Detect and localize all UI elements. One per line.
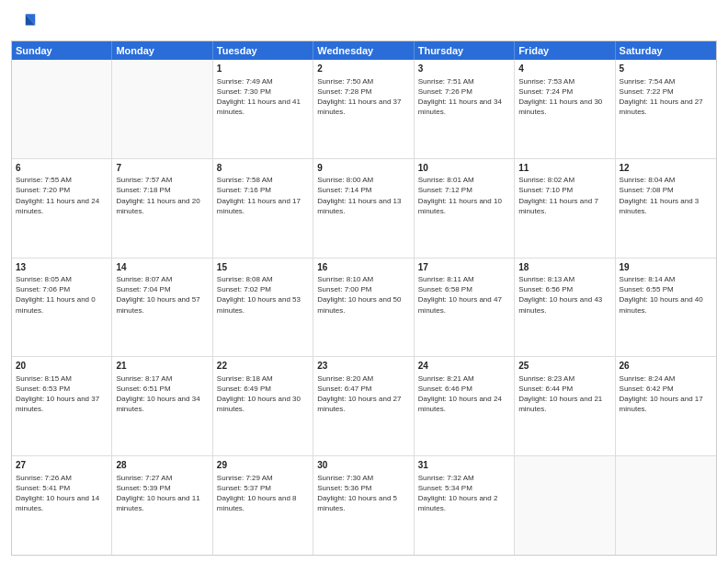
day-cell-24: 24Sunrise: 8:21 AMSunset: 6:46 PMDayligh… bbox=[415, 357, 515, 455]
day-cell-18: 18Sunrise: 8:13 AMSunset: 6:56 PMDayligh… bbox=[515, 259, 615, 357]
empty-cell-4-5 bbox=[515, 456, 615, 555]
day-cell-31: 31Sunrise: 7:32 AMSunset: 5:34 PMDayligh… bbox=[415, 456, 515, 555]
day-info: Sunrise: 8:00 AMSunset: 7:14 PMDaylight:… bbox=[317, 175, 409, 216]
day-number: 18 bbox=[518, 261, 610, 274]
header bbox=[11, 9, 717, 35]
day-number: 8 bbox=[217, 162, 309, 175]
day-cell-16: 16Sunrise: 8:10 AMSunset: 7:00 PMDayligh… bbox=[313, 259, 414, 357]
day-cell-8: 8Sunrise: 7:58 AMSunset: 7:16 PMDaylight… bbox=[213, 159, 313, 258]
header-day-tuesday: Tuesday bbox=[213, 41, 313, 60]
day-number: 1 bbox=[217, 63, 309, 75]
day-number: 5 bbox=[620, 63, 712, 75]
day-number: 15 bbox=[217, 261, 309, 274]
day-cell-11: 11Sunrise: 8:02 AMSunset: 7:10 PMDayligh… bbox=[515, 159, 615, 258]
day-cell-7: 7Sunrise: 7:57 AMSunset: 7:18 PMDaylight… bbox=[112, 159, 212, 258]
day-number: 2 bbox=[317, 63, 409, 75]
week-row-1: 1Sunrise: 7:49 AMSunset: 7:30 PMDaylight… bbox=[12, 60, 716, 158]
day-number: 27 bbox=[16, 459, 108, 472]
day-info: Sunrise: 7:51 AMSunset: 7:26 PMDaylight:… bbox=[418, 76, 510, 118]
day-info: Sunrise: 8:24 AMSunset: 6:42 PMDaylight:… bbox=[620, 373, 712, 415]
day-number: 21 bbox=[116, 360, 208, 373]
day-info: Sunrise: 7:54 AMSunset: 7:22 PMDaylight:… bbox=[620, 76, 712, 118]
page: SundayMondayTuesdayWednesdayThursdayFrid… bbox=[0, 0, 728, 563]
day-cell-29: 29Sunrise: 7:29 AMSunset: 5:37 PMDayligh… bbox=[213, 456, 313, 555]
day-info: Sunrise: 8:04 AMSunset: 7:08 PMDaylight:… bbox=[620, 175, 712, 216]
day-info: Sunrise: 8:11 AMSunset: 6:58 PMDaylight:… bbox=[418, 274, 510, 316]
day-number: 14 bbox=[116, 261, 208, 274]
day-info: Sunrise: 8:01 AMSunset: 7:12 PMDaylight:… bbox=[418, 175, 510, 216]
day-info: Sunrise: 8:02 AMSunset: 7:10 PMDaylight:… bbox=[518, 175, 610, 216]
header-day-monday: Monday bbox=[112, 41, 212, 60]
day-info: Sunrise: 8:15 AMSunset: 6:53 PMDaylight:… bbox=[16, 373, 108, 415]
header-day-saturday: Saturday bbox=[616, 41, 716, 60]
day-info: Sunrise: 7:26 AMSunset: 5:41 PMDaylight:… bbox=[16, 473, 108, 514]
day-number: 12 bbox=[620, 162, 712, 175]
day-number: 6 bbox=[16, 162, 108, 175]
day-info: Sunrise: 8:23 AMSunset: 6:44 PMDaylight:… bbox=[518, 373, 610, 415]
week-row-4: 20Sunrise: 8:15 AMSunset: 6:53 PMDayligh… bbox=[12, 356, 716, 455]
day-number: 19 bbox=[620, 261, 712, 274]
logo-icon bbox=[11, 9, 37, 35]
day-number: 26 bbox=[620, 360, 712, 373]
day-number: 11 bbox=[518, 162, 610, 175]
day-cell-30: 30Sunrise: 7:30 AMSunset: 5:36 PMDayligh… bbox=[313, 456, 414, 555]
day-info: Sunrise: 8:21 AMSunset: 6:46 PMDaylight:… bbox=[418, 373, 510, 415]
week-row-5: 27Sunrise: 7:26 AMSunset: 5:41 PMDayligh… bbox=[12, 455, 716, 555]
day-number: 7 bbox=[116, 162, 208, 175]
day-cell-9: 9Sunrise: 8:00 AMSunset: 7:14 PMDaylight… bbox=[313, 159, 414, 258]
day-info: Sunrise: 8:13 AMSunset: 6:56 PMDaylight:… bbox=[518, 274, 610, 316]
day-info: Sunrise: 8:07 AMSunset: 7:04 PMDaylight:… bbox=[116, 274, 208, 316]
day-number: 31 bbox=[418, 459, 510, 472]
week-row-3: 13Sunrise: 8:05 AMSunset: 7:06 PMDayligh… bbox=[12, 258, 716, 357]
header-day-friday: Friday bbox=[515, 41, 615, 60]
day-info: Sunrise: 7:29 AMSunset: 5:37 PMDaylight:… bbox=[217, 473, 309, 514]
day-cell-14: 14Sunrise: 8:07 AMSunset: 7:04 PMDayligh… bbox=[112, 259, 212, 357]
day-info: Sunrise: 7:27 AMSunset: 5:39 PMDaylight:… bbox=[116, 473, 208, 514]
day-cell-27: 27Sunrise: 7:26 AMSunset: 5:41 PMDayligh… bbox=[12, 456, 112, 555]
empty-cell-4-6 bbox=[616, 456, 716, 555]
day-cell-15: 15Sunrise: 8:08 AMSunset: 7:02 PMDayligh… bbox=[213, 259, 313, 357]
day-cell-17: 17Sunrise: 8:11 AMSunset: 6:58 PMDayligh… bbox=[415, 259, 515, 357]
day-info: Sunrise: 8:20 AMSunset: 6:47 PMDaylight:… bbox=[317, 373, 409, 415]
day-info: Sunrise: 7:53 AMSunset: 7:24 PMDaylight:… bbox=[518, 76, 610, 118]
day-info: Sunrise: 8:14 AMSunset: 6:55 PMDaylight:… bbox=[620, 274, 712, 316]
day-info: Sunrise: 7:32 AMSunset: 5:34 PMDaylight:… bbox=[418, 473, 510, 514]
day-number: 29 bbox=[217, 459, 309, 472]
day-cell-20: 20Sunrise: 8:15 AMSunset: 6:53 PMDayligh… bbox=[12, 357, 112, 455]
day-cell-21: 21Sunrise: 8:17 AMSunset: 6:51 PMDayligh… bbox=[112, 357, 212, 455]
week-row-2: 6Sunrise: 7:55 AMSunset: 7:20 PMDaylight… bbox=[12, 158, 716, 258]
day-info: Sunrise: 7:57 AMSunset: 7:18 PMDaylight:… bbox=[116, 175, 208, 216]
day-number: 17 bbox=[418, 261, 510, 274]
header-day-sunday: Sunday bbox=[12, 41, 112, 60]
header-day-wednesday: Wednesday bbox=[313, 41, 414, 60]
day-cell-3: 3Sunrise: 7:51 AMSunset: 7:26 PMDaylight… bbox=[415, 60, 515, 158]
day-number: 10 bbox=[418, 162, 510, 175]
day-cell-5: 5Sunrise: 7:54 AMSunset: 7:22 PMDaylight… bbox=[616, 60, 716, 158]
empty-cell-0-0 bbox=[12, 60, 112, 158]
calendar-body: 1Sunrise: 7:49 AMSunset: 7:30 PMDaylight… bbox=[12, 60, 716, 555]
day-info: Sunrise: 7:58 AMSunset: 7:16 PMDaylight:… bbox=[217, 175, 309, 216]
calendar-header: SundayMondayTuesdayWednesdayThursdayFrid… bbox=[12, 41, 716, 60]
day-info: Sunrise: 7:49 AMSunset: 7:30 PMDaylight:… bbox=[217, 76, 309, 118]
calendar: SundayMondayTuesdayWednesdayThursdayFrid… bbox=[11, 40, 717, 556]
day-cell-6: 6Sunrise: 7:55 AMSunset: 7:20 PMDaylight… bbox=[12, 159, 112, 258]
day-cell-12: 12Sunrise: 8:04 AMSunset: 7:08 PMDayligh… bbox=[616, 159, 716, 258]
day-info: Sunrise: 7:50 AMSunset: 7:28 PMDaylight:… bbox=[317, 76, 409, 118]
day-number: 3 bbox=[418, 63, 510, 75]
day-info: Sunrise: 8:08 AMSunset: 7:02 PMDaylight:… bbox=[217, 274, 309, 316]
day-number: 25 bbox=[518, 360, 610, 373]
day-cell-22: 22Sunrise: 8:18 AMSunset: 6:49 PMDayligh… bbox=[213, 357, 313, 455]
day-cell-10: 10Sunrise: 8:01 AMSunset: 7:12 PMDayligh… bbox=[415, 159, 515, 258]
day-number: 13 bbox=[16, 261, 108, 274]
day-number: 22 bbox=[217, 360, 309, 373]
day-info: Sunrise: 8:17 AMSunset: 6:51 PMDaylight:… bbox=[116, 373, 208, 415]
day-number: 16 bbox=[317, 261, 409, 274]
day-info: Sunrise: 7:55 AMSunset: 7:20 PMDaylight:… bbox=[16, 175, 108, 216]
day-cell-4: 4Sunrise: 7:53 AMSunset: 7:24 PMDaylight… bbox=[515, 60, 615, 158]
day-cell-28: 28Sunrise: 7:27 AMSunset: 5:39 PMDayligh… bbox=[112, 456, 212, 555]
day-number: 23 bbox=[317, 360, 409, 373]
day-info: Sunrise: 8:18 AMSunset: 6:49 PMDaylight:… bbox=[217, 373, 309, 415]
day-cell-1: 1Sunrise: 7:49 AMSunset: 7:30 PMDaylight… bbox=[213, 60, 313, 158]
day-cell-26: 26Sunrise: 8:24 AMSunset: 6:42 PMDayligh… bbox=[616, 357, 716, 455]
day-number: 4 bbox=[518, 63, 610, 75]
